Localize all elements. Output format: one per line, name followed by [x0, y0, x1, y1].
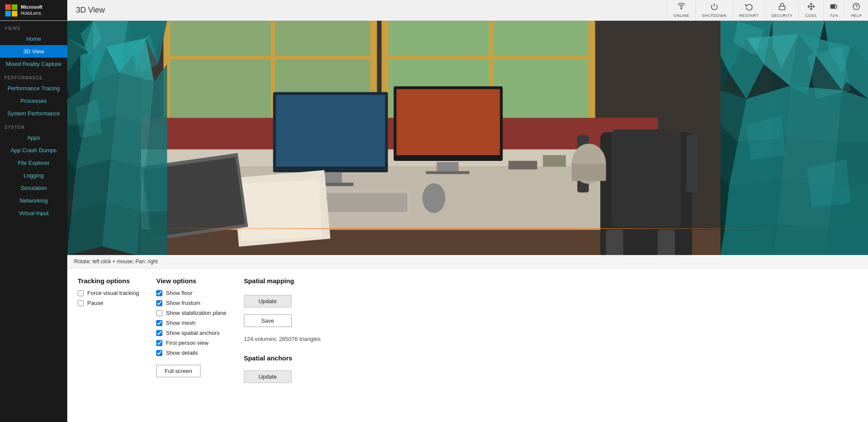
security-button[interactable]: SECURITY — [765, 0, 799, 20]
svg-marker-105 — [825, 229, 868, 255]
first-person-view-checkbox[interactable] — [156, 340, 162, 346]
restart-label: RESTART — [739, 13, 759, 18]
views-section-label: VIEWS — [0, 21, 67, 33]
show-stabilization-checkbox[interactable] — [156, 310, 162, 316]
logo-text: Microsoft HoloLens — [21, 4, 43, 16]
sidebar-item-3d-view[interactable]: 3D View — [0, 45, 67, 58]
show-floor-label: Show floor — [166, 290, 192, 296]
3d-view-area[interactable] — [67, 21, 868, 255]
sidebar-item-performance-tracing[interactable]: Performance Tracing — [0, 82, 67, 95]
show-mesh-row[interactable]: Show mesh — [156, 320, 226, 326]
svg-marker-104 — [773, 225, 829, 255]
show-details-checkbox[interactable] — [156, 350, 162, 356]
svg-marker-93 — [838, 90, 868, 142]
show-stabilization-label: Show stabilization plane — [166, 310, 226, 316]
show-details-row[interactable]: Show details — [156, 350, 226, 356]
svg-rect-26 — [276, 95, 385, 167]
full-screen-button[interactable]: Full screen — [156, 365, 201, 377]
left-teal-art — [67, 21, 167, 255]
pause-label: Pause — [87, 300, 103, 306]
svg-rect-47 — [687, 135, 698, 192]
cool-icon — [807, 3, 815, 12]
svg-rect-31 — [397, 89, 500, 155]
sidebar-item-networking[interactable]: Networking — [0, 194, 67, 207]
show-spatial-anchors-checkbox[interactable] — [156, 330, 162, 336]
svg-marker-67 — [111, 116, 150, 168]
spatial-mapping-update-button[interactable]: Update — [244, 295, 292, 308]
first-person-view-row[interactable]: First person view — [156, 340, 226, 346]
force-visual-tracking-row[interactable]: Force visual tracking — [78, 290, 139, 296]
svg-rect-44 — [658, 230, 675, 255]
first-person-view-label: First person view — [166, 340, 208, 346]
help-label: HELP — [851, 13, 862, 18]
online-label: ONLINE — [674, 13, 690, 18]
sidebar-item-simulation[interactable]: Simulation — [0, 182, 67, 194]
show-mesh-label: Show mesh — [166, 320, 195, 326]
svg-marker-72 — [141, 168, 167, 212]
spatial-mapping-group: Spatial mapping Update Save 124 volumes;… — [244, 277, 321, 383]
svg-marker-103 — [720, 225, 777, 255]
security-icon — [778, 3, 786, 12]
cool-label: COOL — [805, 13, 817, 18]
sidebar-item-logging[interactable]: Logging — [0, 169, 67, 182]
svg-rect-51 — [509, 161, 537, 170]
svg-rect-38 — [239, 180, 322, 241]
hint-text: Rotate: left click + mouse; Pan: right — [67, 255, 868, 268]
shutdown-button[interactable]: SHUTDOWN — [695, 0, 733, 20]
system-section-label: SYSTEM — [0, 120, 67, 131]
force-visual-tracking-checkbox[interactable] — [78, 290, 84, 296]
show-floor-row[interactable]: Show floor — [156, 290, 226, 296]
battery-label: 71% — [830, 13, 838, 18]
room-scene-svg — [141, 21, 773, 255]
sidebar-item-apps[interactable]: Apps — [0, 131, 67, 144]
svg-marker-76 — [137, 212, 167, 255]
pause-checkbox[interactable] — [78, 300, 84, 306]
sidebar-item-virtual-input[interactable]: Virtual Input — [0, 207, 67, 219]
sidebar-item-crash-dumps[interactable]: App Crash Dumps — [0, 144, 67, 157]
performance-section-label: PERFORMANCE — [0, 70, 67, 82]
security-label: SECURITY — [771, 13, 793, 18]
cool-button[interactable]: COOL — [799, 0, 823, 20]
show-details-label: Show details — [166, 350, 198, 356]
pause-row[interactable]: Pause — [78, 300, 139, 306]
sidebar-item-mixed-reality[interactable]: Mixed Reality Capture — [0, 58, 67, 70]
sidebar-item-processes[interactable]: Processes — [0, 95, 67, 107]
help-icon — [852, 3, 860, 12]
ms-logo-icon — [5, 4, 17, 16]
controls-section: Tracking options Force visual tracking P… — [67, 268, 868, 392]
show-frustum-checkbox[interactable] — [156, 300, 162, 306]
page-title: 3D View — [67, 6, 667, 15]
sidebar-item-home[interactable]: Home — [0, 33, 67, 45]
show-frustum-label: Show frustum — [166, 300, 200, 306]
sidebar-item-system-performance[interactable]: System Performance — [0, 107, 67, 120]
sidebar-item-file-explorer[interactable]: File Explorer — [0, 157, 67, 169]
show-mesh-checkbox[interactable] — [156, 320, 162, 326]
tracking-options-title: Tracking options — [78, 277, 139, 285]
show-frustum-row[interactable]: Show frustum — [156, 300, 226, 306]
svg-marker-71 — [106, 160, 145, 212]
restart-button[interactable]: RESTART — [733, 0, 765, 20]
force-visual-tracking-label: Force visual tracking — [87, 290, 139, 296]
spatial-mapping-stats: 124 volumes; 285076 triangles — [244, 336, 321, 342]
svg-point-36 — [422, 183, 445, 213]
svg-rect-32 — [437, 162, 458, 173]
show-spatial-anchors-row[interactable]: Show spatial anchors — [156, 330, 226, 336]
battery-button[interactable]: 71% — [823, 0, 845, 20]
top-bar: Microsoft HoloLens 3D View ONLINE S — [0, 0, 868, 21]
spatial-mapping-save-button[interactable]: Save — [244, 314, 292, 327]
show-floor-checkbox[interactable] — [156, 290, 162, 296]
spatial-anchors-update-button[interactable]: Update — [244, 370, 292, 383]
svg-point-0 — [681, 8, 682, 9]
svg-rect-42 — [612, 129, 681, 227]
battery-icon — [830, 3, 838, 12]
help-button[interactable]: HELP — [844, 0, 868, 20]
show-spatial-anchors-label: Show spatial anchors — [166, 330, 220, 336]
svg-rect-49 — [572, 164, 606, 181]
show-stabilization-row[interactable]: Show stabilization plane — [156, 310, 226, 316]
shutdown-label: SHUTDOWN — [702, 13, 727, 18]
svg-rect-6 — [831, 5, 835, 8]
online-button[interactable]: ONLINE — [667, 0, 696, 20]
content-area: Rotate: left click + mouse; Pan: right T… — [67, 21, 868, 422]
spatial-mapping-title: Spatial mapping — [244, 277, 321, 285]
svg-rect-50 — [543, 155, 566, 167]
